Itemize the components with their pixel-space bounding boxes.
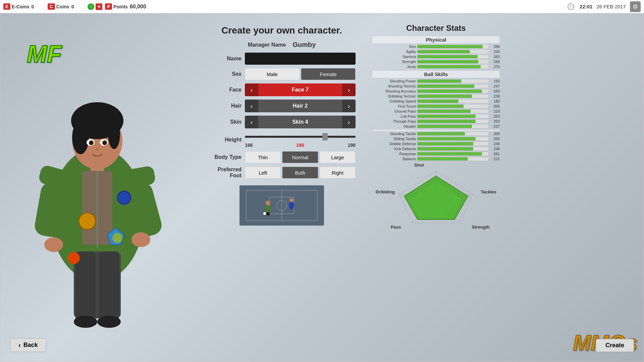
- character-svg: [20, 54, 174, 345]
- coins-item: C Coins 0: [48, 3, 75, 10]
- body-large-button[interactable]: Large: [320, 151, 356, 163]
- topbar: E E-Coins 0 C Coins 0 + P Points 60,000 …: [0, 0, 644, 13]
- stat-bar-sl: [417, 137, 476, 140]
- back-label: Back: [23, 342, 38, 349]
- time-display: 22:01: [580, 4, 592, 9]
- stat-bar-run: [417, 45, 483, 48]
- stat-bar-dt-c: [417, 95, 488, 98]
- face-next-button[interactable]: ›: [342, 83, 356, 96]
- stat-bar-sa-c: [417, 89, 488, 93]
- stat-name-shooting-accuracy: Shooting Accuracy: [372, 89, 416, 93]
- svg-point-28: [112, 233, 122, 243]
- stat-name-run: Run: [372, 45, 416, 49]
- hair-label: Hair: [208, 103, 241, 109]
- svg-point-40: [289, 198, 293, 202]
- stat-bar-kd-c: [417, 147, 488, 150]
- ball-skills-stats: Shooting Power 192 Shooting Technic 247 …: [372, 79, 500, 128]
- body-normal-button[interactable]: Normal: [282, 151, 318, 163]
- face-prev-button[interactable]: ‹: [245, 83, 258, 96]
- stat-bar-stk-c: [417, 132, 488, 135]
- stat-shooting-technic: Shooting Technic 247: [372, 84, 500, 88]
- coins-icon: [88, 3, 94, 10]
- stat-bar-h-c: [417, 125, 488, 128]
- hair-value: Hair 2: [258, 103, 342, 109]
- stat-header: Header 237: [372, 124, 500, 128]
- radar-svg: [386, 164, 486, 228]
- sex-female-button[interactable]: Female: [301, 68, 356, 80]
- hair-row: Hair ‹ Hair 2 ›: [208, 100, 356, 112]
- svg-point-39: [289, 201, 294, 209]
- height-current: 190: [296, 142, 304, 148]
- stat-val-stk: 209: [490, 132, 500, 136]
- hair-next-button[interactable]: ›: [342, 100, 356, 112]
- body-thin-button[interactable]: Thin: [245, 151, 281, 163]
- preview-wrapper: [208, 182, 356, 226]
- skin-prev-button[interactable]: ‹: [245, 116, 258, 128]
- name-input[interactable]: [245, 53, 356, 65]
- height-row: Height 166 190 190: [208, 132, 356, 148]
- settings-icon[interactable]: ⚙: [630, 1, 641, 12]
- height-min: 166: [245, 142, 253, 148]
- stat-bar-ds: [417, 100, 459, 103]
- physical-stats: Run 286 Agility 230 Stamina 263 Strength…: [372, 45, 500, 69]
- preview-image: [239, 185, 324, 226]
- back-button[interactable]: ‹ Back: [10, 338, 46, 352]
- radar-tackles-label: Tackles: [481, 189, 496, 194]
- radar-pass-label: Pass: [391, 225, 401, 230]
- divider1: [45, 3, 45, 11]
- stat-bar-h: [417, 125, 472, 128]
- stat-name-lob-pass: Lob Pass: [372, 114, 416, 118]
- stat-val-tp: 253: [490, 119, 500, 123]
- stat-shooting-power: Shooting Power 192: [372, 79, 500, 83]
- stat-bar-agility-container: [417, 50, 488, 53]
- skin-next-button[interactable]: ›: [342, 116, 356, 128]
- divider2: [85, 3, 85, 11]
- stat-sliding-tackle: Sliding Tackle 255: [372, 137, 500, 141]
- stat-name-stamina: Stamina: [372, 55, 416, 59]
- clock-icon: ⏱: [568, 3, 574, 10]
- sex-row: Sex Male Female: [208, 68, 356, 80]
- svg-point-22: [74, 316, 97, 328]
- back-arrow-icon: ‹: [18, 341, 21, 349]
- svg-point-37: [266, 212, 270, 216]
- stat-name-jump: Jump: [372, 65, 416, 69]
- stat-first-touch: First Touch 200: [372, 104, 500, 108]
- stat-val-lp: 253: [490, 114, 500, 118]
- svg-marker-50: [409, 181, 463, 218]
- stat-bar-stamina: [417, 55, 478, 58]
- svg-point-35: [265, 204, 271, 214]
- preview-field: [239, 185, 324, 226]
- foot-right-button[interactable]: Right: [320, 167, 356, 179]
- radar-dribbling-label: Dribbling: [376, 189, 395, 194]
- points-label: P: [105, 3, 112, 10]
- foot-both-button[interactable]: Both: [282, 167, 318, 179]
- skin-selector: ‹ Skin 4 ›: [245, 116, 356, 128]
- stat-name-shooting-technic: Shooting Technic: [372, 84, 416, 88]
- sex-label: Sex: [208, 71, 241, 77]
- skin-control: ‹ Skin 4 ›: [245, 116, 356, 128]
- svg-point-25: [117, 191, 131, 204]
- stat-name-standing-tackle: Standing Tackle: [372, 132, 416, 136]
- name-row: Name: [208, 53, 356, 65]
- stat-shooting-accuracy: Shooting Accuracy 283: [372, 89, 500, 93]
- stat-val-r: 281: [490, 152, 500, 156]
- foot-left-button[interactable]: Left: [245, 167, 281, 179]
- stat-bar-stk: [417, 132, 465, 135]
- hair-prev-button[interactable]: ‹: [245, 100, 258, 112]
- manager-name-val: Gumby: [292, 41, 316, 49]
- ecoins-val: 0: [32, 4, 34, 9]
- face-value: Face 7: [258, 87, 342, 93]
- face-label: Face: [208, 87, 241, 93]
- stats-panel: Character Stats Physical Run 286 Agility…: [366, 18, 506, 362]
- stat-bar-b: [417, 157, 468, 161]
- stat-bar-sp-c: [417, 79, 488, 83]
- height-thumb[interactable]: [322, 133, 328, 140]
- manager-name-label: Manager Name: [248, 42, 286, 48]
- stat-bar-lp-c: [417, 115, 488, 118]
- create-button[interactable]: Create: [596, 339, 634, 352]
- stat-val-agility: 230: [490, 50, 500, 54]
- height-track: [245, 136, 356, 138]
- sex-male-button[interactable]: Male: [245, 68, 300, 80]
- svg-point-7: [108, 119, 120, 149]
- topbar-right: ⏱ 22:01 26 FEB 2017 ⚙: [568, 1, 641, 12]
